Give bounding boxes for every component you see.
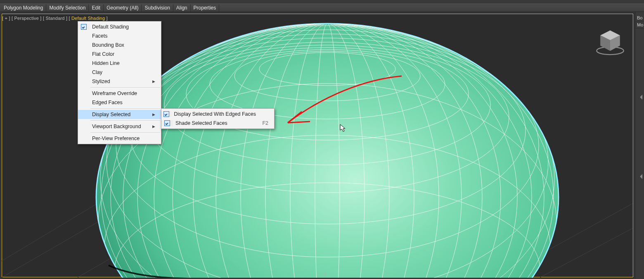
menu-item-label: Stylized	[90, 79, 151, 84]
menu-separator	[90, 87, 160, 88]
menu-item[interactable]: Edged Faces	[78, 98, 161, 107]
submenu-item-label: Display Selected With Edged Faces	[171, 111, 256, 117]
ribbon-modify-selection[interactable]: Modify Selection	[46, 4, 89, 12]
menu-item[interactable]: Facets	[78, 31, 161, 41]
ribbon-align[interactable]: Align	[173, 4, 191, 12]
display-selected-submenu[interactable]: Display Selected With Edged FacesShade S…	[161, 108, 275, 129]
menu-item[interactable]: Clay	[78, 68, 161, 77]
viewcube[interactable]	[594, 26, 626, 58]
menu-item-label: Wireframe Override	[90, 91, 151, 96]
menu-item-label: Bounding Box	[90, 42, 151, 48]
axis-label-z: z	[324, 272, 326, 277]
menu-item-label: Clay	[90, 69, 151, 75]
menu-item[interactable]: Wireframe Override	[78, 89, 161, 98]
viewport-label[interactable]: [ + ] [ Perspective ] [ Standard ] [ Def…	[2, 16, 108, 21]
ribbon-bar: Polygon Modeling Modify Selection Edit G…	[0, 3, 644, 12]
check-icon	[163, 111, 169, 117]
menu-item[interactable]: Per-View Preference	[78, 134, 161, 143]
check-icon	[164, 120, 170, 126]
ribbon-geometry-all[interactable]: Geometry (All)	[104, 4, 142, 12]
submenu-item[interactable]: Shade Selected FacesF2	[161, 119, 274, 128]
command-panel-collapsed[interactable]: Bo Mo	[635, 12, 644, 279]
menu-item-label: Per-View Preference	[90, 136, 151, 141]
menu-item-label: Edged Faces	[90, 100, 151, 105]
menu-separator	[90, 120, 160, 121]
menu-item[interactable]: Display Selected▶	[78, 110, 161, 119]
ribbon-subdivision[interactable]: Subdivision	[142, 4, 173, 12]
shading-context-menu[interactable]: Default ShadingFacetsBounding BoxFlat Co…	[78, 21, 161, 144]
ribbon-tab-strip	[0, 0, 644, 3]
menu-item[interactable]: Flat Color	[78, 50, 161, 59]
menu-item[interactable]: Default Shading	[78, 22, 161, 31]
menu-item[interactable]: Viewport Background▶	[78, 122, 161, 131]
menu-item-label: Default Shading	[90, 24, 151, 30]
menu-item-label: Hidden Line	[90, 60, 151, 66]
ribbon-edit[interactable]: Edit	[89, 4, 104, 12]
panel-label-1[interactable]: Mo	[635, 21, 644, 29]
submenu-arrow-icon: ▶	[151, 124, 155, 129]
panel-label-0[interactable]: Bo	[635, 14, 644, 21]
submenu-item-label: Shade Selected Faces	[173, 120, 250, 126]
submenu-arrow-icon: ▶	[151, 112, 155, 117]
submenu-item-accel: F2	[250, 120, 268, 126]
menu-item-label: Flat Color	[90, 51, 151, 57]
menu-separator	[90, 108, 160, 109]
menu-item-label: Viewport Background	[90, 124, 151, 129]
panel-flyout-icon[interactable]	[637, 174, 642, 179]
panel-flyout-icon[interactable]	[637, 95, 642, 100]
menu-separator	[90, 132, 160, 133]
svg-point-6	[96, 24, 559, 278]
menu-item-label: Facets	[90, 33, 151, 39]
menu-item[interactable]: Stylized▶	[78, 77, 161, 86]
menu-item-label: Display Selected	[90, 112, 151, 117]
menu-item[interactable]: Hidden Line	[78, 59, 161, 68]
ribbon-properties[interactable]: Properties	[191, 4, 220, 12]
check-icon	[81, 24, 87, 30]
submenu-item[interactable]: Display Selected With Edged Faces	[161, 110, 274, 119]
ribbon-polygon-modeling[interactable]: Polygon Modeling	[1, 4, 46, 12]
menu-item[interactable]: Bounding Box	[78, 41, 161, 50]
submenu-arrow-icon: ▶	[151, 79, 155, 83]
